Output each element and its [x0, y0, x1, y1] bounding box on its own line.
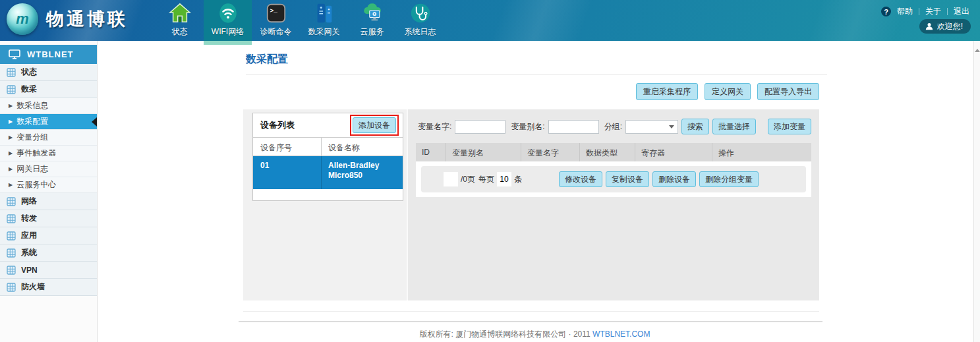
batch-select-button[interactable]: 批量选择 — [712, 119, 756, 134]
sidebar: WTBLNET 状态 数采 ▶ 数采信息 ▶ 数采配置 ▶ 变量分组 ▶ 事件触… — [0, 41, 98, 342]
stethoscope-icon — [409, 2, 432, 24]
nav-label: WIFI网络 — [212, 26, 244, 38]
sidebar-subitem-data-info[interactable]: ▶ 数采信息 — [0, 98, 97, 114]
column-header-id: ID — [416, 143, 446, 161]
variable-alias-label: 变量别名: — [511, 121, 544, 132]
home-icon — [169, 2, 191, 24]
device-table-empty-row — [253, 189, 403, 200]
page-suffix-label: /0页 — [461, 174, 475, 185]
wifi-icon — [217, 2, 239, 24]
column-header-operation: 操作 — [712, 143, 811, 161]
delete-device-button[interactable]: 删除设备 — [652, 171, 696, 187]
device-list-panel: 设备列表 添加设备 设备序号 设备名称 01 Allen-Bradley Mic… — [252, 113, 403, 201]
restart-collector-button[interactable]: 重启采集程序 — [636, 83, 698, 100]
divider — [246, 74, 827, 75]
sidebar-item-network[interactable]: 网络 — [0, 193, 97, 210]
nav-item-wifi-network[interactable]: WIFI网络 — [204, 0, 252, 41]
divider — [239, 321, 822, 322]
terminal-icon: >_ — [265, 2, 287, 24]
add-device-button[interactable]: 添加设备 — [353, 117, 396, 133]
group-select[interactable] — [625, 120, 678, 134]
sidebar-item-vpn[interactable]: VPN — [0, 262, 97, 279]
top-header-bar: m 物通博联 状态 WIFI网络 >_ 诊断命令 — [0, 0, 980, 41]
logout-link[interactable]: 退出 — [954, 6, 969, 17]
footer-separator: · — [569, 329, 571, 339]
define-gateway-button[interactable]: 定义网关 — [705, 83, 751, 100]
nav-label: 云服务 — [360, 26, 384, 38]
device-table-row-selected[interactable]: 01 Allen-Bradley Micro850 — [253, 156, 403, 189]
annotation-highlight-box: 添加设备 — [350, 115, 399, 136]
page-scrollbar[interactable] — [973, 41, 980, 342]
brand-logo-text: 物通博联 — [46, 7, 128, 31]
grid-icon — [7, 197, 16, 206]
device-action-buttons: 修改设备 复制设备 删除设备 删除分组变量 — [559, 171, 759, 187]
variable-name-label: 变量名字: — [418, 121, 451, 132]
sidebar-item-data-acquisition[interactable]: 数采 — [0, 81, 97, 98]
variable-table-body: /0页 每页 条 修改设备 复制设备 删除设备 删除分组变量 — [416, 161, 811, 197]
sidebar-item-label: 转发 — [21, 213, 37, 224]
per-page-label: 每页 — [478, 174, 494, 185]
sidebar-item-label: 网络 — [21, 196, 37, 207]
sidebar-subitem-data-config[interactable]: ▶ 数采配置 — [0, 114, 97, 130]
variable-alias-input[interactable] — [548, 120, 599, 134]
device-no-column-header: 设备序号 — [253, 138, 321, 156]
nav-label: 数采网关 — [308, 26, 340, 38]
nav-label: 诊断命令 — [260, 26, 292, 38]
delete-group-variable-button[interactable]: 删除分组变量 — [699, 171, 759, 187]
brand-logo-icon: m — [7, 3, 38, 35]
footer-link[interactable]: WTBLNET.COM — [592, 329, 650, 339]
sidebar-item-label: 数采配置 — [16, 116, 48, 127]
gateway-icon — [313, 2, 335, 24]
sidebar-item-status[interactable]: 状态 — [0, 64, 97, 81]
device-name-column-header: 设备名称 — [321, 138, 403, 156]
sidebar-item-application[interactable]: 应用 — [0, 227, 97, 244]
cloud-icon — [361, 2, 384, 24]
page-input[interactable] — [444, 172, 458, 186]
per-page-input[interactable] — [497, 172, 511, 186]
sidebar-item-label: 系统 — [21, 247, 37, 258]
device-table-header: 设备序号 设备名称 — [253, 138, 403, 156]
help-link[interactable]: 帮助 — [897, 6, 913, 17]
about-link[interactable]: 关于 — [925, 6, 941, 17]
nav-item-cloud-service[interactable]: 云服务 — [348, 0, 396, 41]
footer-year: 2011 — [573, 329, 591, 339]
scroll-up-arrow-icon[interactable] — [975, 49, 980, 52]
modify-device-button[interactable]: 修改设备 — [559, 171, 602, 187]
divider — [243, 311, 819, 312]
search-button[interactable]: 搜索 — [681, 119, 709, 134]
sidebar-item-system[interactable]: 系统 — [0, 244, 97, 262]
column-header-register: 寄存器 — [635, 143, 712, 161]
nav-item-data-gateway[interactable]: 数采网关 — [300, 0, 348, 41]
nav-item-system-log[interactable]: 系统日志 — [396, 0, 444, 41]
sidebar-subitem-gateway-log[interactable]: ▶ 网关日志 — [0, 161, 97, 177]
user-icon — [925, 22, 933, 30]
grid-icon — [7, 248, 16, 258]
svg-text:>_: >_ — [270, 7, 277, 14]
nav-item-diagnostic-command[interactable]: >_ 诊断命令 — [252, 0, 300, 41]
welcome-button[interactable]: 欢迎您! — [919, 19, 971, 34]
column-header-name: 变量名字 — [521, 143, 580, 161]
monitor-icon — [9, 49, 20, 59]
grid-icon — [7, 68, 16, 77]
sidebar-subitem-event-trigger[interactable]: ▶ 事件触发器 — [0, 146, 97, 161]
sidebar-subitem-variable-group[interactable]: ▶ 变量分组 — [0, 130, 97, 146]
device-name-cell: Allen-Bradley Micro850 — [321, 156, 403, 189]
triangle-bullet-icon: ▶ — [9, 103, 13, 109]
sidebar-item-label: 应用 — [21, 230, 37, 241]
sidebar-subitem-cloud-service-center[interactable]: ▶ 云服务中心 — [0, 177, 97, 193]
grid-icon — [7, 283, 16, 292]
variable-name-input[interactable] — [455, 120, 505, 134]
grid-icon — [7, 85, 16, 94]
triangle-bullet-icon: ▶ — [9, 150, 13, 156]
copy-device-button[interactable]: 复制设备 — [606, 171, 649, 187]
sidebar-item-firewall[interactable]: 防火墙 — [0, 279, 97, 296]
sidebar-item-label: 网关日志 — [16, 163, 48, 175]
nav-item-status[interactable]: 状态 — [156, 0, 204, 41]
add-variable-button[interactable]: 添加变量 — [768, 119, 811, 134]
sidebar-header[interactable]: WTBLNET — [0, 45, 97, 64]
header-links: ? 帮助 关于 退出 — [881, 6, 969, 17]
nav-label: 系统日志 — [405, 26, 436, 38]
config-import-export-button[interactable]: 配置导入导出 — [757, 83, 819, 100]
sidebar-item-forwarding[interactable]: 转发 — [0, 210, 97, 227]
sidebar-item-label: VPN — [21, 266, 38, 275]
